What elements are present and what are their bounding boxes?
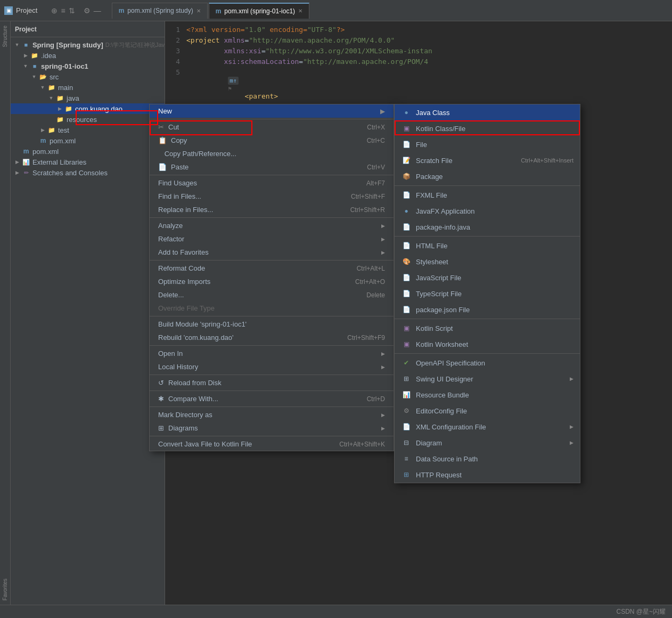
tree-item-test[interactable]: ▶ 📁 test (11, 125, 165, 135)
tab-pom-spring01-ioc1[interactable]: m pom.xml (spring-01-ioc1) ✕ (209, 3, 309, 19)
tab2-close-icon[interactable]: ✕ (298, 8, 302, 14)
ctx-compare-item[interactable]: ✱ Compare With... Ctrl+D (150, 392, 394, 405)
submenu-kotlin-class[interactable]: ▣ Kotlin Class/File (395, 120, 580, 136)
tree-item-com-kuang-dao[interactable]: ▶ 📁 com kuang dao (11, 103, 165, 114)
new-submenu: ● Java Class ▣ Kotlin Class/File 📄 File … (394, 104, 580, 483)
submenu-ts[interactable]: 📄 TypeScript File (395, 286, 580, 302)
ctx-delete-item[interactable]: Delete... Delete (150, 288, 394, 302)
resources-label: resources (67, 116, 97, 124)
ctx-cut-item[interactable]: ✂ Cut Ctrl+X (150, 120, 394, 134)
submenu-kotlin-worksheet[interactable]: ▣ Kotlin Worksheet (395, 336, 580, 352)
line-content-3: xmlns:xsi="http://www.w3.org/2001/XMLSch… (186, 47, 432, 55)
ctx-convert-item[interactable]: Convert Java File to Kotlin File Ctrl+Al… (150, 437, 394, 451)
tree-item-java[interactable]: ▼ 📁 java (11, 93, 165, 103)
line-content-5: m↑ ⚑ <parent> (186, 68, 278, 108)
submenu-kotlin-script[interactable]: ▣ Kotlin Script (395, 320, 580, 336)
submenu-openapi[interactable]: ✔ OpenAPI Specification (395, 355, 580, 371)
toolbar-icon-1[interactable]: ⊕ (51, 6, 58, 15)
idea-label: .idea (41, 52, 56, 60)
submenu-stylesheet[interactable]: 🎨 Stylesheet (395, 254, 580, 270)
ctx-sep-3 (150, 217, 394, 218)
ctx-sep-8 (150, 391, 394, 391)
tree-item-spring01ioc1[interactable]: ▼ ■ spring-01-ioc1 (11, 61, 165, 71)
tree-item-scratches[interactable]: ▶ ✏ Scratches and Consoles (11, 167, 165, 178)
arrow-src: ▼ (30, 74, 38, 79)
submenu-package-json-label: package.json File (416, 306, 470, 314)
tree-item-resources[interactable]: 📁 resources (11, 114, 165, 125)
ctx-add-favorites-item[interactable]: Add to Favorites (150, 246, 394, 259)
ctx-build-module-item[interactable]: Build Module 'spring-01-ioc1' (150, 318, 394, 331)
submenu-xml-config[interactable]: 📄 XML Configuration File ▶ (395, 419, 580, 435)
ctx-local-history-item[interactable]: Local History (150, 360, 394, 373)
ctx-find-usages-item[interactable]: Find Usages Alt+F7 (150, 176, 394, 190)
ctx-new-item[interactable]: New ▶ (150, 104, 394, 118)
submenu-kotlin-script-label: Kotlin Script (416, 324, 453, 332)
ctx-sep-6 (150, 345, 394, 346)
toolbar-icon-4[interactable]: ⚙ (84, 6, 91, 15)
ctx-reformat-item[interactable]: Reformat Code Ctrl+Alt+L (150, 262, 394, 275)
idea-folder-icon: 📁 (30, 51, 39, 60)
submenu-swing[interactable]: ⊞ Swing UI Designer ▶ (395, 371, 580, 387)
submenu-scratch[interactable]: 📝 Scratch File Ctrl+Alt+Shift+Insert (395, 152, 580, 168)
submenu-file-label: File (416, 141, 427, 149)
submenu-diagram[interactable]: ⊟ Diagram ▶ (395, 435, 580, 451)
submenu-package[interactable]: 📦 Package (395, 168, 580, 184)
project-label[interactable]: Project (16, 6, 37, 14)
left-tool-strip: Structure Favorites (0, 21, 11, 605)
submenu-html[interactable]: 📄 HTML File (395, 238, 580, 254)
tree-item-spring[interactable]: ▼ ■ Spring [Spring study] D:\学习笔记\狂神说Jav (11, 39, 165, 50)
ctx-diagrams-item[interactable]: ⊞ Diagrams (150, 421, 394, 435)
submenu-java-class[interactable]: ● Java Class (395, 104, 580, 120)
spring01-icon: ■ (30, 62, 39, 70)
submenu-datasource[interactable]: ≡ Data Source in Path (395, 451, 580, 467)
package-icon: 📦 (401, 171, 412, 182)
ctx-copy-path-item[interactable]: · Copy Path/Reference... (150, 147, 394, 160)
ctx-mark-dir-item[interactable]: Mark Directory as (150, 408, 394, 421)
submenu-package-info[interactable]: 📄 package-info.java (395, 219, 580, 235)
submenu-fxml[interactable]: 📄 FXML File (395, 187, 580, 203)
ctx-add-favorites-label: Add to Favorites (158, 248, 371, 256)
toolbar-icon-2[interactable]: ≡ (61, 6, 65, 15)
ctx-optimize-item[interactable]: Optimize Imports Ctrl+Alt+O (150, 275, 394, 288)
submenu-js[interactable]: 📄 JavaScript File (395, 270, 580, 286)
tab1-close-icon[interactable]: ✕ (196, 8, 201, 14)
ctx-refactor-item[interactable]: Refactor (150, 232, 394, 246)
submenu-resource-bundle[interactable]: 📊 Resource Bundle (395, 387, 580, 403)
submenu-editor-config[interactable]: ⚙ EditorConfig File (395, 403, 580, 419)
com-kuang-dao-label: com kuang dao (75, 105, 122, 113)
submenu-http[interactable]: ⊞ HTTP Request (395, 467, 580, 483)
submenu-file[interactable]: 📄 File (395, 136, 580, 152)
structure-tool[interactable]: Structure (2, 23, 8, 50)
favorites-tool[interactable]: Favorites (2, 576, 8, 603)
ctx-reload-item[interactable]: ↺ Reload from Disk (150, 376, 394, 389)
ext-libs-icon: 📊 (21, 158, 31, 166)
ctx-analyze-item[interactable]: Analyze (150, 219, 394, 232)
tree-item-main[interactable]: ▼ 📁 main (11, 82, 165, 93)
tab-pom-spring-study[interactable]: m pom.xml (Spring study) ✕ (112, 3, 208, 19)
ctx-paste-item[interactable]: 📄 Paste Ctrl+V (150, 160, 394, 174)
ctx-new-arrow: ▶ (380, 108, 385, 115)
submenu-javafx[interactable]: ● JavaFX Application (395, 203, 580, 219)
tree-item-pom-inner[interactable]: m pom.xml (11, 135, 165, 146)
ctx-build-module-label: Build Module 'spring-01-ioc1' (158, 320, 385, 328)
submenu-package-json[interactable]: 📄 package.json File (395, 302, 580, 318)
toolbar-icon-3[interactable]: ⇅ (69, 6, 75, 15)
tree-item-src[interactable]: ▼ 📂 src (11, 71, 165, 82)
ctx-reload-label: Reload from Disk (168, 379, 385, 387)
ctx-replace-files-item[interactable]: Replace in Files... Ctrl+Shift+R (150, 203, 394, 216)
ctx-find-files-item[interactable]: Find in Files... Ctrl+Shift+F (150, 190, 394, 203)
toolbar-icon-5[interactable]: — (94, 6, 101, 15)
test-label: test (58, 126, 69, 134)
pom-outer-icon: m (21, 147, 31, 156)
tree-item-idea[interactable]: ▶ 📁 .idea (11, 50, 165, 61)
ctx-open-in-item[interactable]: Open In (150, 347, 394, 360)
ext-libs-label: External Libraries (32, 158, 86, 166)
ctx-copy-item[interactable]: 📋 Copy Ctrl+C (150, 134, 394, 147)
ctx-reformat-label: Reformat Code (158, 264, 346, 272)
tree-item-ext-libs[interactable]: ▶ 📊 External Libraries (11, 157, 165, 167)
ctx-rebuild-item[interactable]: Rebuild 'com.kuang.dao' Ctrl+Shift+F9 (150, 331, 394, 344)
kotlin-worksheet-icon: ▣ (401, 339, 412, 349)
tree-item-pom-outer[interactable]: m pom.xml (11, 146, 165, 157)
submenu-scratch-shortcut: Ctrl+Alt+Shift+Insert (521, 157, 573, 164)
http-icon: ⊞ (401, 469, 412, 480)
